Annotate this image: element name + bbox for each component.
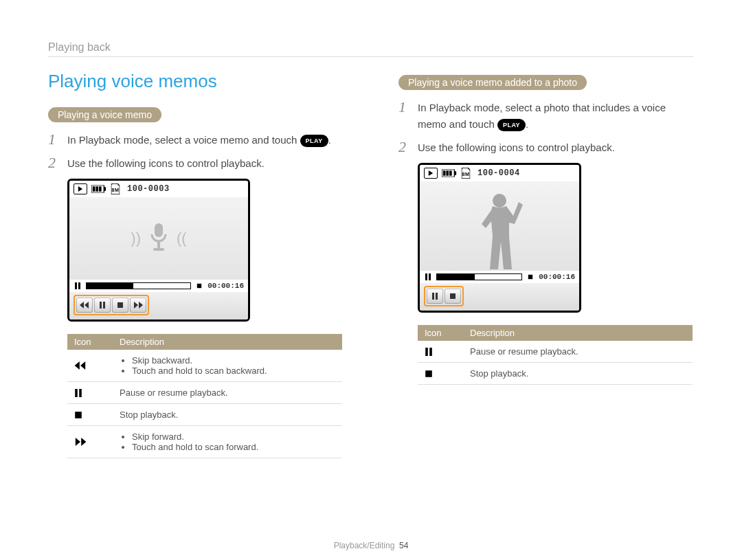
stop-indicator-icon [195, 282, 203, 290]
breadcrumb: Playing back [48, 41, 694, 57]
stop-button[interactable] [445, 289, 461, 304]
microphone-graphic: )) (( [131, 222, 186, 255]
step-number: 1 [48, 132, 60, 147]
rewind-button[interactable] [76, 298, 93, 313]
forward-button[interactable] [130, 298, 146, 313]
table-row: Skip forward. Touch and hold to scan for… [67, 426, 342, 458]
step-number: 1 [398, 100, 411, 115]
left-column: Playing voice memos Playing a voice memo… [48, 71, 344, 458]
forward-icon [67, 426, 113, 458]
subheading-left: Playing a voice memo [48, 107, 161, 122]
step-number: 2 [48, 155, 60, 170]
table-head-icon: Icon [418, 325, 463, 341]
step-text: Use the following icons to control playb… [418, 139, 615, 156]
table-head-icon: Icon [67, 334, 113, 350]
table-head-desc: Description [113, 334, 342, 350]
step-text: In Playback mode, select a voice memo an… [67, 132, 331, 148]
progress-bar[interactable] [436, 273, 522, 280]
table-row: Stop playback. [418, 363, 693, 385]
right-icon-table: Icon Description Pause or resume playbac… [418, 325, 693, 385]
file-counter: 100-0004 [477, 168, 520, 178]
photo-memo-screen: 100-0004 00:00:16 [418, 163, 581, 313]
table-row: Pause or resume playback. [67, 382, 342, 404]
stop-indicator-icon [526, 273, 535, 281]
pause-indicator-icon [74, 282, 82, 290]
step-text: In Playback mode, select a photo that in… [418, 100, 694, 133]
step-text: Use the following icons to control playb… [67, 155, 265, 172]
playback-mode-icon [74, 183, 87, 194]
step-number: 2 [398, 139, 411, 155]
left-step-1: 1 In Playback mode, select a voice memo … [48, 132, 344, 148]
playback-mode-icon [424, 168, 438, 179]
battery-icon [442, 169, 457, 177]
right-column: Playing a voice memo added to a photo 1 … [398, 71, 694, 458]
table-head-desc: Description [463, 325, 693, 341]
elapsed-time: 00:00:16 [539, 273, 575, 281]
sound-wave-icon: (( [177, 229, 187, 247]
photo-preview [420, 181, 579, 271]
left-step-2: 2 Use the following icons to control pla… [48, 155, 344, 172]
rewind-icon [67, 350, 113, 382]
table-row: Pause or resume playback. [418, 341, 693, 363]
battery-icon [91, 185, 106, 193]
play-icon: PLAY [300, 135, 328, 147]
play-icon: PLAY [497, 119, 526, 131]
page-footer: Playback/Editing 54 [0, 541, 742, 550]
elapsed-time: 00:00:16 [207, 282, 244, 290]
pause-button[interactable] [427, 289, 443, 304]
card-icon [111, 183, 120, 194]
stop-button[interactable] [112, 298, 128, 313]
voice-memo-screen: 100-0003 )) (( 00:00:16 [67, 179, 250, 322]
pause-button[interactable] [94, 298, 111, 313]
card-icon [461, 168, 471, 179]
page-title: Playing voice memos [48, 71, 344, 92]
stop-icon [67, 404, 113, 426]
table-row: Stop playback. [67, 404, 342, 426]
file-counter: 100-0003 [127, 184, 170, 194]
pause-icon [67, 382, 113, 404]
right-step-1: 1 In Playback mode, select a photo that … [398, 100, 694, 133]
pause-icon [418, 341, 463, 363]
progress-bar[interactable] [86, 282, 191, 289]
subheading-right: Playing a voice memo added to a photo [398, 75, 587, 90]
stop-icon [418, 363, 463, 385]
right-step-2: 2 Use the following icons to control pla… [398, 139, 694, 156]
pause-indicator-icon [424, 273, 432, 281]
left-icon-table: Icon Description Skip backward. Touch an… [67, 334, 342, 458]
table-row: Skip backward. Touch and hold to scan ba… [67, 350, 342, 382]
sound-wave-icon: )) [131, 229, 141, 247]
